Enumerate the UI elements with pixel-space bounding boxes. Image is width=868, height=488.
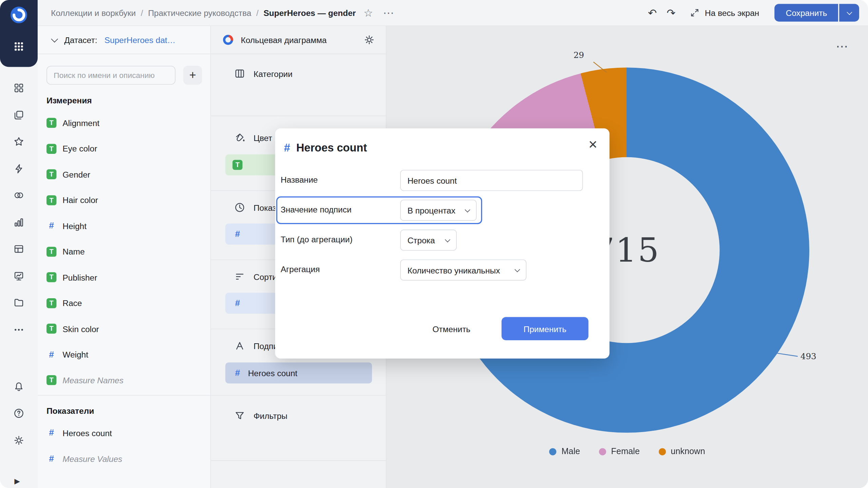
field-label: Weight [62,350,88,359]
legend-item-male[interactable]: Male [549,447,580,456]
search-input[interactable] [46,66,175,85]
field-height[interactable]: #Height [46,218,202,234]
measures-title: Показатели [46,406,94,415]
number-field-icon: # [284,142,290,155]
type-field-label: Тип (до агрегации) [281,235,353,244]
relations-circles-icon[interactable] [13,190,24,201]
field-label: Alignment [62,118,99,128]
fullscreen-button[interactable]: На весь экран [690,8,759,18]
labels-letter-icon [234,340,245,351]
number-field-icon: # [233,298,242,308]
cancel-button[interactable]: Отменить [423,317,479,341]
field-label: Name [62,247,84,256]
string-field-icon: T [46,324,56,333]
tables-icon[interactable] [13,243,24,255]
breadcrumb-separator: / [256,8,259,18]
apply-button[interactable]: Применить [501,317,588,341]
type-select[interactable]: Строка [400,230,457,251]
undo-icon[interactable]: ↶ [648,7,657,18]
dataset-name-link[interactable]: SuperHeroes dat… [104,35,176,45]
notifications-bell-icon[interactable] [13,381,24,392]
field-eye-color[interactable]: TEye color [46,140,202,157]
dataset-toggle-label: Датасет: [64,35,97,45]
field-weight[interactable]: #Weight [46,346,202,363]
favorite-star-icon[interactable]: ☆ [363,7,373,18]
top-bar: Коллекции и воркбуки / Практические руко… [38,0,868,26]
aggregation-field-label: Агрегация [281,264,320,274]
section-label: Цвет [254,133,272,143]
field-publisher[interactable]: TPublisher [46,269,202,285]
field-label: Publisher [62,272,97,282]
aggregation-select[interactable]: Количество уникальных [400,260,526,281]
string-field-icon: T [46,298,56,308]
breadcrumb-guides[interactable]: Практические руководства [148,8,251,18]
data-label-male: 493 [801,351,816,361]
workbooks-icon[interactable] [13,109,24,120]
field-skin-color[interactable]: TSkin color [46,320,202,337]
label-value-select[interactable]: В процентах [400,200,476,221]
legend-item-female[interactable]: Female [599,447,639,456]
chevron-down-icon[interactable] [51,35,58,42]
add-field-button[interactable]: + [183,66,202,85]
labels-field-chip-heroes-count[interactable]: # Heroes count [225,362,372,383]
close-icon[interactable]: × [589,137,597,152]
field-race[interactable]: TRace [46,294,202,311]
help-icon[interactable] [13,408,24,419]
field-label: Race [62,298,82,308]
field-label: Gender [62,169,90,179]
more-actions-icon[interactable]: ⋯ [383,7,394,18]
chart-menu-icon[interactable]: ⋯ [836,40,848,53]
chart-legend: Male Female unknown [387,447,868,456]
search-row: + [46,66,202,85]
number-field-icon: # [46,428,56,438]
charts-bars-icon[interactable] [13,217,24,228]
storage-folder-icon[interactable] [13,297,24,308]
field-measure-names[interactable]: TMeasure Names [46,372,202,388]
dialog-title: Heroes count [296,142,367,155]
chevron-down-icon [846,9,852,15]
field-name[interactable]: TName [46,243,202,260]
field-measure-values[interactable]: #Measure Values [46,450,202,467]
name-field-label: Название [281,175,318,184]
ring-chart-icon [222,34,234,46]
select-value: Количество уникальных [408,265,500,275]
section-filters[interactable]: Фильтры [211,395,386,461]
chart-settings-gear-icon[interactable] [364,34,375,45]
chevron-down-icon [465,207,470,212]
sort-icon [234,271,245,282]
number-field-icon: # [233,229,242,239]
widgets-icon[interactable] [13,82,24,94]
save-dropdown-button[interactable] [839,4,859,21]
save-button[interactable]: Сохранить [775,4,838,21]
redo-icon[interactable]: ↷ [667,7,675,18]
number-field-icon: # [233,368,242,378]
fullscreen-icon [690,8,700,18]
field-hair-color[interactable]: THair color [46,192,202,208]
dimensions-title: Измерения [46,96,92,105]
legend-dot [599,448,606,455]
collapse-rail-icon[interactable]: ▶ [14,477,20,485]
presentations-icon[interactable] [13,270,24,282]
section-categories[interactable]: Категории [211,54,386,116]
field-gender[interactable]: TGender [46,166,202,183]
field-label: Skin color [62,324,99,333]
chevron-down-icon [515,266,520,272]
favorites-star-icon[interactable] [13,136,24,147]
dataset-panel: Датасет: SuperHeroes dat… + Измерения TA… [38,26,211,488]
chart-type-label[interactable]: Кольцевая диаграмма [241,35,327,45]
apps-grid-icon[interactable] [13,41,24,52]
section-label: Категории [254,69,293,78]
more-items-icon[interactable] [13,324,24,335]
datalens-logo-icon[interactable] [10,6,27,24]
field-alignment[interactable]: TAlignment [46,115,202,131]
left-rail [0,67,38,488]
number-field-icon: # [46,221,56,230]
legend-item-unknown[interactable]: unknown [658,447,705,456]
name-input[interactable] [400,170,583,191]
settings-gear-icon[interactable] [13,434,24,446]
breadcrumb-collections[interactable]: Коллекции и воркбуки [51,8,136,18]
string-field-icon: T [233,160,242,170]
functions-lightning-icon[interactable] [13,163,24,174]
section-header: Категории [234,68,293,79]
field-heroes-count[interactable]: #Heroes count [46,424,202,441]
